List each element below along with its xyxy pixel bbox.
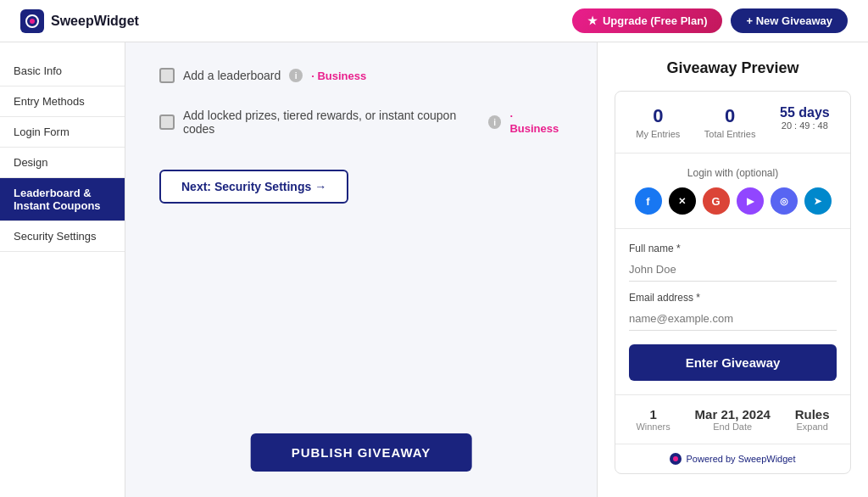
star-icon: ★ xyxy=(587,14,598,27)
content-area: Add a leaderboard i · Business Add locke… xyxy=(125,42,597,497)
winners-number: 1 xyxy=(636,407,670,422)
facebook-login-btn[interactable]: f xyxy=(635,187,662,215)
form-section: Full name * Email address * Enter Giveaw… xyxy=(615,229,850,395)
sidebar-item-design[interactable]: Design xyxy=(0,148,125,178)
rules-label: Rules xyxy=(795,407,830,422)
sidebar-item-basic-info[interactable]: Basic Info xyxy=(0,56,125,87)
email-input[interactable] xyxy=(629,307,837,331)
winners-label: Winners xyxy=(636,422,670,432)
my-entries-number: 0 xyxy=(636,105,680,127)
option-row-leaderboard: Add a leaderboard i · Business xyxy=(159,68,563,83)
stats-row: 0 My Entries 0 Total Entries 55 days 20 … xyxy=(615,92,850,154)
total-entries-stat: 0 Total Entries xyxy=(704,105,756,139)
expand-label: Expand xyxy=(795,422,830,432)
main-layout: Basic Info Entry Methods Login Form Desi… xyxy=(0,42,868,497)
days-number: 55 days xyxy=(780,105,830,120)
days-stat: 55 days 20 : 49 : 48 xyxy=(780,105,830,139)
end-date-label: End Date xyxy=(695,422,771,432)
preview-title: Giveaway Preview xyxy=(615,59,851,77)
x-login-btn[interactable]: ✕ xyxy=(669,187,696,215)
sidebar: Basic Info Entry Methods Login Form Desi… xyxy=(0,42,125,497)
login-section: Login with (optional) f ✕ G ▶ ◎ ➤ xyxy=(615,154,850,229)
publish-btn-container: PUBLISH GIVEAWAY xyxy=(251,433,472,472)
footer-info: 1 Winners Mar 21, 2024 End Date Rules Ex… xyxy=(615,395,850,444)
sidebar-item-leaderboard[interactable]: Leaderboard & Instant Coupons xyxy=(0,178,125,221)
my-entries-label: My Entries xyxy=(636,129,680,139)
enter-giveaway-button[interactable]: Enter Giveaway xyxy=(629,344,837,381)
prizes-info-icon[interactable]: i xyxy=(488,115,501,129)
twitch-login-btn[interactable]: ▶ xyxy=(737,187,764,215)
leaderboard-label: Add a leaderboard xyxy=(183,69,281,82)
prizes-business-tag: · Business xyxy=(509,109,563,135)
login-with-label: Login with (optional) xyxy=(629,167,837,179)
prizes-checkbox[interactable] xyxy=(159,114,175,130)
next-button[interactable]: Next: Security Settings → xyxy=(159,170,348,204)
total-entries-label: Total Entries xyxy=(704,129,756,139)
end-date-item: Mar 21, 2024 End Date xyxy=(695,407,771,432)
sidebar-item-entry-methods[interactable]: Entry Methods xyxy=(0,87,125,117)
email-label: Email address * xyxy=(629,292,837,304)
powered-by: Powered by SweepWidget xyxy=(615,444,850,473)
telegram-login-btn[interactable]: ➤ xyxy=(804,187,832,215)
new-giveaway-button[interactable]: + New Giveaway xyxy=(731,8,848,33)
full-name-input[interactable] xyxy=(629,258,837,282)
leaderboard-info-icon[interactable]: i xyxy=(289,69,303,82)
logo-text: SweepWidget xyxy=(51,14,139,29)
countdown-time: 20 : 49 : 48 xyxy=(780,120,830,131)
option-row-prizes: Add locked prizes, tiered rewards, or in… xyxy=(159,109,563,136)
app-header: SweepWidget ★ Upgrade (Free Plan) + New … xyxy=(0,0,868,42)
prizes-label: Add locked prizes, tiered rewards, or in… xyxy=(183,109,480,136)
header-actions: ★ Upgrade (Free Plan) + New Giveaway xyxy=(572,8,848,33)
leaderboard-business-tag: · Business xyxy=(311,70,366,82)
discord-login-btn[interactable]: ◎ xyxy=(771,187,798,215)
winners-item: 1 Winners xyxy=(636,407,670,432)
total-entries-number: 0 xyxy=(704,105,756,127)
sidebar-item-login-form[interactable]: Login Form xyxy=(0,117,125,148)
logo: SweepWidget xyxy=(20,9,139,33)
sidebar-item-security-settings[interactable]: Security Settings xyxy=(0,221,125,252)
svg-point-1 xyxy=(30,19,35,24)
google-login-btn[interactable]: G xyxy=(703,187,730,215)
sweepwidget-icon xyxy=(670,453,682,465)
leaderboard-checkbox[interactable] xyxy=(159,68,175,83)
end-date-value: Mar 21, 2024 xyxy=(695,407,771,422)
logo-icon xyxy=(20,9,44,33)
preview-panel: Giveaway Preview 0 My Entries 0 Total En… xyxy=(597,42,868,497)
full-name-label: Full name * xyxy=(629,243,837,254)
preview-card: 0 My Entries 0 Total Entries 55 days 20 … xyxy=(615,91,851,474)
rules-item[interactable]: Rules Expand xyxy=(795,407,830,432)
my-entries-stat: 0 My Entries xyxy=(636,105,680,139)
upgrade-button[interactable]: ★ Upgrade (Free Plan) xyxy=(572,8,723,33)
social-icons: f ✕ G ▶ ◎ ➤ xyxy=(629,187,837,215)
svg-point-3 xyxy=(673,456,678,461)
publish-button[interactable]: PUBLISH GIVEAWAY xyxy=(251,433,472,472)
